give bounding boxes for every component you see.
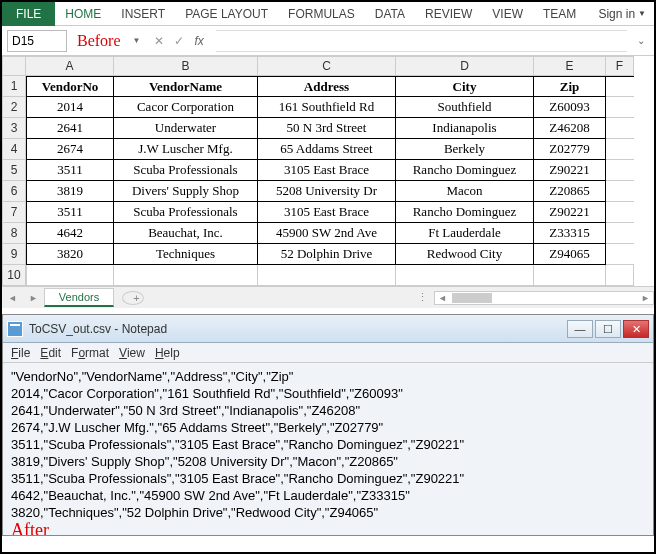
- row-header[interactable]: 5: [2, 160, 26, 181]
- menu-help[interactable]: Help: [151, 346, 184, 360]
- header-cell[interactable]: City: [396, 76, 534, 97]
- notepad-text-area[interactable]: "VendorNo","VendorName","Address","City"…: [3, 363, 653, 535]
- horizontal-scrollbar[interactable]: ◄ ►: [434, 291, 654, 305]
- cell[interactable]: Rancho Dominguez: [396, 160, 534, 181]
- cell[interactable]: Redwood City: [396, 244, 534, 265]
- row-header[interactable]: 10: [2, 265, 26, 286]
- cell[interactable]: Berkely: [396, 139, 534, 160]
- cell[interactable]: 3105 East Brace: [258, 160, 396, 181]
- cell[interactable]: [606, 202, 634, 223]
- sheet-split-icon[interactable]: ⋮: [411, 291, 434, 304]
- cell[interactable]: 3511: [26, 202, 114, 223]
- cell[interactable]: Z02779: [534, 139, 606, 160]
- row-header[interactable]: 7: [2, 202, 26, 223]
- name-box[interactable]: D15: [7, 30, 67, 52]
- cell[interactable]: [606, 223, 634, 244]
- col-header[interactable]: F: [606, 56, 634, 76]
- cell[interactable]: Cacor Corporation: [114, 97, 258, 118]
- row-header[interactable]: 6: [2, 181, 26, 202]
- cell[interactable]: 2641: [26, 118, 114, 139]
- tab-formulas[interactable]: FORMULAS: [278, 7, 365, 21]
- cell[interactable]: Ft Lauderdale: [396, 223, 534, 244]
- cell[interactable]: 50 N 3rd Street: [258, 118, 396, 139]
- minimize-button[interactable]: —: [567, 320, 593, 338]
- cell[interactable]: [606, 244, 634, 265]
- maximize-button[interactable]: ☐: [595, 320, 621, 338]
- cell[interactable]: Z46208: [534, 118, 606, 139]
- cell[interactable]: [606, 76, 634, 97]
- scroll-left-icon[interactable]: ◄: [435, 293, 450, 303]
- header-cell[interactable]: Zip: [534, 76, 606, 97]
- cell[interactable]: Macon: [396, 181, 534, 202]
- sheet-nav-prev-icon[interactable]: ◄: [2, 293, 23, 303]
- sign-in-link[interactable]: Sign in▼: [590, 7, 654, 21]
- cell[interactable]: [606, 139, 634, 160]
- col-header[interactable]: B: [114, 56, 258, 76]
- cell[interactable]: [258, 265, 396, 286]
- cell[interactable]: Beauchat, Inc.: [114, 223, 258, 244]
- tab-page-layout[interactable]: PAGE LAYOUT: [175, 7, 278, 21]
- tab-insert[interactable]: INSERT: [111, 7, 175, 21]
- cell[interactable]: [534, 265, 606, 286]
- cell[interactable]: Indianapolis: [396, 118, 534, 139]
- cell[interactable]: 2674: [26, 139, 114, 160]
- cell[interactable]: 3820: [26, 244, 114, 265]
- cell[interactable]: 3819: [26, 181, 114, 202]
- row-header[interactable]: 2: [2, 97, 26, 118]
- cell[interactable]: Z33315: [534, 223, 606, 244]
- cell[interactable]: Rancho Dominguez: [396, 202, 534, 223]
- cell[interactable]: [396, 265, 534, 286]
- col-header[interactable]: E: [534, 56, 606, 76]
- cell[interactable]: Southfield: [396, 97, 534, 118]
- cell[interactable]: Scuba Professionals: [114, 160, 258, 181]
- cell[interactable]: [606, 181, 634, 202]
- notepad-titlebar[interactable]: ToCSV_out.csv - Notepad — ☐ ✕: [3, 315, 653, 343]
- cell[interactable]: Z90221: [534, 160, 606, 181]
- cell[interactable]: Divers' Supply Shop: [114, 181, 258, 202]
- header-cell[interactable]: Address: [258, 76, 396, 97]
- cell[interactable]: 4642: [26, 223, 114, 244]
- tab-data[interactable]: DATA: [365, 7, 415, 21]
- cell[interactable]: [606, 97, 634, 118]
- cell[interactable]: 52 Dolphin Drive: [258, 244, 396, 265]
- enter-icon[interactable]: ✓: [174, 34, 184, 48]
- menu-view[interactable]: View: [115, 346, 149, 360]
- col-header[interactable]: C: [258, 56, 396, 76]
- cell[interactable]: Z20865: [534, 181, 606, 202]
- tab-team[interactable]: TEAM: [533, 7, 586, 21]
- scroll-right-icon[interactable]: ►: [638, 293, 653, 303]
- cell[interactable]: [606, 118, 634, 139]
- cell[interactable]: 45900 SW 2nd Ave: [258, 223, 396, 244]
- close-button[interactable]: ✕: [623, 320, 649, 338]
- name-box-dropdown-icon[interactable]: ▼: [131, 36, 143, 45]
- cell[interactable]: [114, 265, 258, 286]
- row-header[interactable]: 4: [2, 139, 26, 160]
- scroll-thumb[interactable]: [452, 293, 492, 303]
- cell[interactable]: Z94065: [534, 244, 606, 265]
- select-all-corner[interactable]: [2, 56, 26, 76]
- header-cell[interactable]: VendorName: [114, 76, 258, 97]
- cancel-icon[interactable]: ✕: [154, 34, 164, 48]
- cell[interactable]: 3105 East Brace: [258, 202, 396, 223]
- cell[interactable]: 3511: [26, 160, 114, 181]
- tab-view[interactable]: VIEW: [482, 7, 533, 21]
- cell[interactable]: 5208 University Dr: [258, 181, 396, 202]
- row-header[interactable]: 1: [2, 76, 26, 97]
- add-sheet-button[interactable]: +: [122, 291, 144, 305]
- formula-bar-expand-icon[interactable]: ⌄: [633, 35, 649, 46]
- col-header[interactable]: A: [26, 56, 114, 76]
- sheet-nav-next-icon[interactable]: ►: [23, 293, 44, 303]
- tab-review[interactable]: REVIEW: [415, 7, 482, 21]
- cell[interactable]: J.W Luscher Mfg.: [114, 139, 258, 160]
- menu-edit[interactable]: Edit: [36, 346, 65, 360]
- menu-format[interactable]: Format: [67, 346, 113, 360]
- cell[interactable]: Techniques: [114, 244, 258, 265]
- cell[interactable]: 2014: [26, 97, 114, 118]
- menu-file[interactable]: File: [7, 346, 34, 360]
- cell[interactable]: 161 Southfield Rd: [258, 97, 396, 118]
- cell[interactable]: Z60093: [534, 97, 606, 118]
- row-header[interactable]: 3: [2, 118, 26, 139]
- cell[interactable]: [606, 265, 634, 286]
- formula-bar[interactable]: [216, 30, 627, 52]
- cell[interactable]: [26, 265, 114, 286]
